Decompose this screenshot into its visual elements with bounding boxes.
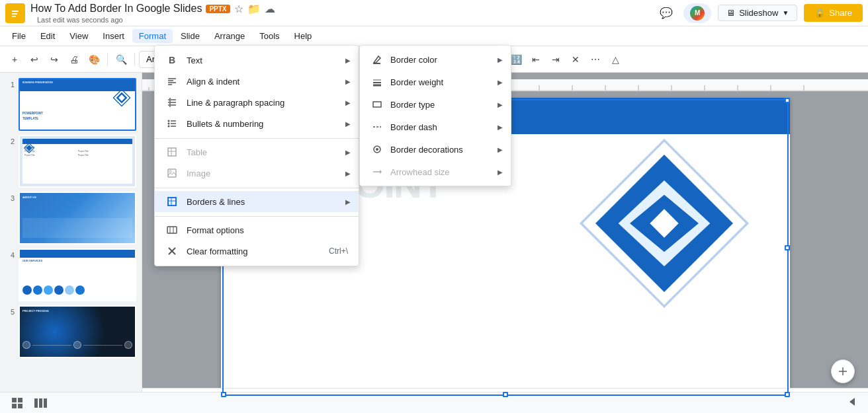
border-weight-item[interactable]: Border weight — [360, 71, 511, 93]
format-image-item: Image — [155, 163, 359, 184]
clear-format-icon — [165, 244, 179, 258]
slide-thumb-1[interactable]: 1 BUSINESS PRESENTATION POWERPOINT TEMPL… — [5, 78, 136, 131]
svg-rect-63 — [168, 198, 176, 206]
svg-point-52 — [168, 120, 170, 122]
svg-point-56 — [168, 126, 170, 128]
menu-format[interactable]: Format — [132, 29, 173, 43]
present-button[interactable]: 🖥 Slideshow ▼ — [718, 5, 797, 21]
border-type-label: Border type — [390, 100, 500, 110]
format-image-label: Image — [187, 169, 348, 178]
slide-num-3: 3 — [5, 192, 15, 202]
border-color-label: Border color — [390, 55, 500, 65]
comments-button[interactable]: 💬 — [656, 3, 677, 24]
slide-thumb-3[interactable]: 3 ABOUT US — [5, 192, 136, 244]
print-button[interactable]: 🖨 — [65, 50, 83, 69]
indent-increase[interactable]: ⇥ — [546, 50, 565, 69]
doc-title[interactable]: How To Add Border In Google Slides — [30, 3, 202, 15]
arrowhead-icon — [370, 165, 384, 178]
border-weight-icon — [370, 75, 384, 89]
format-text-item[interactable]: B Text — [155, 50, 359, 71]
redo-button[interactable]: ↪ — [45, 50, 64, 69]
sep1 — [107, 53, 108, 66]
grid-view-button[interactable] — [8, 394, 26, 412]
menu-view[interactable]: View — [63, 29, 95, 43]
border-color-icon — [370, 53, 384, 66]
border-decorations-icon — [370, 143, 384, 156]
lock-icon: 🔒 — [814, 8, 825, 18]
slide-preview-4[interactable]: OUR SERVICES — [19, 248, 136, 301]
format-bullets-item[interactable]: Bullets & numbering — [155, 113, 359, 134]
svg-point-62 — [169, 170, 171, 172]
svg-rect-40 — [34, 398, 38, 408]
slide-thumb-5[interactable]: 5 PROJECT PROCESS — [5, 305, 136, 358]
add-button[interactable]: + — [5, 50, 24, 69]
menu-help[interactable]: Help — [288, 29, 319, 43]
share-button[interactable]: 🔒 Share — [804, 4, 863, 22]
slide-preview-3[interactable]: ABOUT US — [19, 192, 136, 244]
clear-format-button[interactable]: ✕ — [566, 50, 585, 69]
format-spacing-label: Line & paragraph spacing — [187, 98, 348, 108]
chevron-down-icon[interactable]: ▼ — [782, 9, 789, 17]
svg-rect-36 — [12, 398, 17, 402]
format-spacing-item[interactable]: Line & paragraph spacing — [155, 92, 359, 113]
menu-arrange[interactable]: Arrange — [208, 29, 251, 43]
zoom-button[interactable]: 🔍 — [112, 50, 130, 69]
slide-preview-1[interactable]: BUSINESS PRESENTATION POWERPOINT TEMPLAT… — [19, 78, 136, 131]
menu-file[interactable]: File — [5, 29, 32, 43]
pptx-badge: PPTX — [206, 5, 230, 13]
app-icon — [5, 3, 25, 23]
filmstrip-button[interactable] — [32, 394, 50, 412]
menu-edit[interactable]: Edit — [34, 29, 62, 43]
svg-rect-2 — [12, 13, 17, 15]
last-edit: Last edit was seconds ago — [37, 16, 650, 24]
menu-insert[interactable]: Insert — [96, 29, 131, 43]
svg-point-78 — [376, 148, 378, 151]
align-icon — [165, 75, 179, 88]
zoom-fab[interactable] — [831, 359, 855, 383]
more-button[interactable]: ⋯ — [586, 50, 605, 69]
border-weight-label: Border weight — [390, 77, 500, 87]
slide-thumb-4[interactable]: 4 OUR SERVICES — [5, 248, 136, 301]
menu-slide[interactable]: Slide — [174, 29, 206, 43]
text-icon: B — [165, 54, 179, 67]
table-icon — [165, 145, 179, 159]
menu-tools[interactable]: Tools — [253, 29, 286, 43]
format-options-label: Format options — [187, 225, 348, 235]
format-text-label: Text — [187, 56, 348, 65]
format-borders-item[interactable]: Borders & lines — [155, 191, 359, 212]
indent-decrease[interactable]: ⇤ — [527, 50, 545, 69]
svg-rect-38 — [12, 404, 17, 408]
arrowhead-size-label: Arrowhead size — [390, 167, 500, 177]
svg-rect-42 — [44, 398, 47, 408]
hide-panel-button[interactable] — [844, 394, 860, 412]
doc-title-area: How To Add Border In Google Slides PPTX … — [30, 3, 650, 24]
border-dash-item[interactable]: Border dash — [360, 116, 511, 138]
border-decorations-item[interactable]: Border decorations — [360, 138, 511, 161]
slide-thumb-2[interactable]: 2 About Us Project Title Project Title P — [5, 135, 136, 188]
bullets-icon — [165, 117, 179, 130]
collapse-toolbar[interactable]: △ — [606, 50, 625, 69]
folder-icon[interactable]: 📁 — [247, 3, 261, 15]
format-clear-item[interactable]: Clear formatting Ctrl+\ — [155, 241, 359, 262]
format-bullets-label: Bullets & numbering — [187, 119, 348, 129]
slide-preview-2[interactable]: About Us Project Title Project Title Pro… — [19, 135, 136, 188]
border-type-item[interactable]: Border type — [360, 93, 511, 116]
star-icon[interactable]: ☆ — [234, 3, 243, 15]
cloud-icon[interactable]: ☁ — [265, 3, 275, 15]
svg-rect-75 — [373, 102, 381, 107]
image-icon — [165, 167, 179, 180]
arrowhead-size-item: Arrowhead size — [360, 161, 511, 183]
format-table-label: Table — [187, 147, 348, 157]
border-type-icon — [370, 98, 384, 111]
undo-button[interactable]: ↩ — [25, 50, 44, 69]
borders-icon — [165, 195, 179, 208]
format-section-1: B Text Align & indent — [155, 48, 359, 135]
meet-button[interactable]: M — [683, 3, 711, 23]
slide-preview-5[interactable]: PROJECT PROCESS — [19, 305, 136, 358]
format-align-item[interactable]: Align & indent — [155, 71, 359, 92]
svg-point-54 — [168, 123, 170, 125]
paint-format-button[interactable]: 🎨 — [85, 50, 103, 69]
border-dash-label: Border dash — [390, 122, 500, 132]
border-color-item[interactable]: Border color — [360, 48, 511, 71]
format-options-item[interactable]: Format options — [155, 219, 359, 241]
